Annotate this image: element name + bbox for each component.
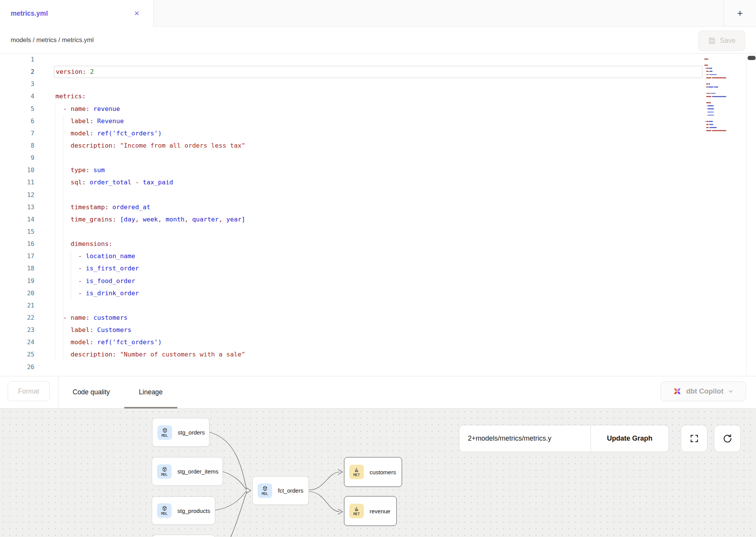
dbt-copilot-button[interactable]: dbt Copilot xyxy=(660,381,746,401)
mdl-badge: MDL xyxy=(157,503,172,518)
tab-bar: metrics.yml ✕ + xyxy=(0,0,756,27)
lineage-node-stg_products[interactable]: MDLstg_products xyxy=(152,496,215,525)
save-button[interactable]: Save xyxy=(698,31,745,51)
node-label: revenue xyxy=(370,508,390,514)
code-line-10[interactable]: 10 type: sum xyxy=(0,164,756,176)
code-line-6[interactable]: 6 label: Revenue xyxy=(0,115,756,127)
line-content: metrics: xyxy=(54,90,702,103)
minimap[interactable] xyxy=(704,54,745,135)
code-line-9[interactable]: 9 xyxy=(0,152,756,164)
line-content xyxy=(54,299,702,312)
code-line-3[interactable]: 3 xyxy=(0,78,756,90)
lineage-node-revenue[interactable]: METrevenue xyxy=(344,496,397,526)
badge-kind-label: MET xyxy=(354,473,360,477)
dbt-copilot-icon xyxy=(673,387,682,396)
line-number: 26 xyxy=(0,361,34,373)
line-content: label: Customers xyxy=(54,324,702,336)
code-line-22[interactable]: 22 - name: customers xyxy=(0,312,756,324)
line-content: version: 2 xyxy=(54,66,702,78)
line-number: 23 xyxy=(0,324,34,336)
line-number: 21 xyxy=(0,299,34,312)
lineage-node-stg_order_items[interactable]: MDLstg_order_items xyxy=(152,457,223,486)
code-editor[interactable]: 12version: 234metrics:5 - name: revenue6… xyxy=(0,54,756,376)
line-content: description: "Number of customers with a… xyxy=(54,348,702,361)
save-icon xyxy=(708,37,716,45)
line-number: 19 xyxy=(0,275,34,287)
code-line-7[interactable]: 7 model: ref('fct_orders') xyxy=(0,127,756,140)
code-line-13[interactable]: 13 timestamp: ordered_at xyxy=(0,201,756,213)
tab-metrics-yml[interactable]: metrics.yml ✕ xyxy=(0,0,154,27)
tab-lineage[interactable]: Lineage xyxy=(124,376,177,408)
code-line-15[interactable]: 15 xyxy=(0,226,756,238)
line-content: description: "Income from all orders les… xyxy=(54,140,702,152)
line-number: 22 xyxy=(0,312,34,324)
line-content: timestamp: ordered_at xyxy=(54,201,702,213)
node-label: stg_order_items xyxy=(177,468,219,475)
code-line-20[interactable]: 20 - is_drink_order xyxy=(0,287,756,299)
line-number: 20 xyxy=(0,287,34,299)
refresh-button[interactable] xyxy=(714,425,741,452)
line-content xyxy=(54,78,702,90)
line-number: 5 xyxy=(0,103,34,115)
model-cube-icon xyxy=(162,467,167,472)
code-line-5[interactable]: 5 - name: revenue xyxy=(0,103,756,115)
line-number: 24 xyxy=(0,336,34,348)
line-content xyxy=(54,361,702,373)
code-line-2[interactable]: 2version: 2 xyxy=(0,66,756,78)
line-content xyxy=(54,54,702,66)
model-cube-icon xyxy=(262,486,268,491)
badge-kind-label: MDL xyxy=(162,433,168,438)
code-line-23[interactable]: 23 label: Customers xyxy=(0,324,756,336)
lineage-node-stg_orders[interactable]: MDLstg_orders xyxy=(152,418,209,447)
badge-kind-label: MET xyxy=(354,512,360,516)
lineage-node-offscreen_model[interactable] xyxy=(152,535,215,537)
selector-input[interactable]: 2+models/metrics/metrics.y xyxy=(459,425,591,452)
code-line-19[interactable]: 19 - is_food_order xyxy=(0,275,756,287)
close-tab-icon[interactable]: ✕ xyxy=(134,10,140,17)
lineage-node-customers[interactable]: METcustomers xyxy=(344,457,402,487)
refresh-icon xyxy=(722,433,733,444)
scrollbar-thumb[interactable] xyxy=(748,56,756,60)
line-number: 7 xyxy=(0,127,34,140)
code-line-24[interactable]: 24 model: ref('fct_orders') xyxy=(0,336,756,348)
model-cube-icon xyxy=(162,506,167,511)
save-label: Save xyxy=(720,37,735,45)
code-line-26[interactable]: 26 xyxy=(0,361,756,373)
line-number: 1 xyxy=(0,54,34,66)
format-button[interactable]: Format xyxy=(8,381,50,401)
mdl-badge: MDL xyxy=(157,464,172,479)
line-number: 18 xyxy=(0,262,34,275)
line-content: - is_food_order xyxy=(54,275,702,287)
line-content: type: sum xyxy=(54,164,702,176)
fullscreen-button[interactable] xyxy=(681,425,707,452)
tab-code-quality[interactable]: Code quality xyxy=(58,376,124,408)
new-tab-button[interactable]: + xyxy=(724,0,756,27)
lineage-canvas[interactable]: MDLstg_ordersMDLstg_order_itemsMDLstg_pr… xyxy=(0,408,756,537)
indent-guide xyxy=(55,103,55,361)
code-line-18[interactable]: 18 - is_first_order xyxy=(0,262,756,275)
breadcrumb: models / metrics / metrics.yml xyxy=(11,36,94,44)
update-graph-button[interactable]: Update Graph xyxy=(591,425,668,452)
lineage-node-fct_orders[interactable]: MDLfct_orders xyxy=(252,476,309,505)
code-line-4[interactable]: 4metrics: xyxy=(0,90,756,103)
line-number: 13 xyxy=(0,201,34,213)
code-line-12[interactable]: 12 xyxy=(0,189,756,201)
code-line-11[interactable]: 11 sql: order_total - tax_paid xyxy=(0,176,756,189)
line-number: 9 xyxy=(0,152,34,164)
line-content: model: ref('fct_orders') xyxy=(54,336,702,348)
code-line-17[interactable]: 17 - location_name xyxy=(0,250,756,262)
code-line-25[interactable]: 25 description: "Number of customers wit… xyxy=(0,348,756,361)
code-line-8[interactable]: 8 description: "Income from all orders l… xyxy=(0,140,756,152)
code-line-21[interactable]: 21 xyxy=(0,299,756,312)
code-line-16[interactable]: 16 dimensions: xyxy=(0,238,756,250)
line-content xyxy=(54,189,702,201)
indent-guide xyxy=(71,250,71,299)
chevron-down-icon xyxy=(728,388,734,394)
code-line-14[interactable]: 14 time_grains: [day, week, month, quart… xyxy=(0,213,756,226)
code-line-1[interactable]: 1 xyxy=(0,54,756,66)
line-number: 11 xyxy=(0,176,34,189)
tab-title: metrics.yml xyxy=(11,10,48,18)
line-content: sql: order_total - tax_paid xyxy=(54,176,702,189)
line-content xyxy=(54,226,702,238)
line-content: - name: revenue xyxy=(54,103,702,115)
